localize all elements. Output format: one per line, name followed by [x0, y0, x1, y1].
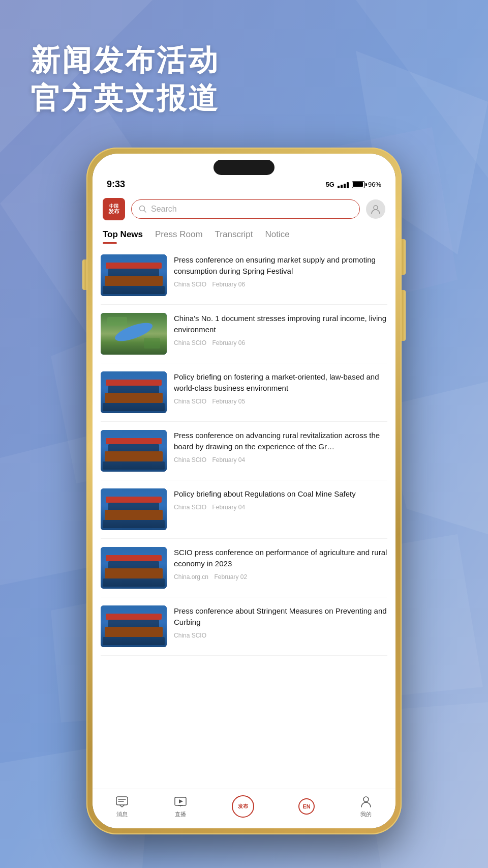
news-meta: China SCIO February 04	[174, 504, 387, 511]
news-item[interactable]: Policy briefing about Regulations on Coa…	[101, 480, 387, 539]
news-thumbnail	[101, 371, 167, 413]
logo-text-bottom: 发布	[108, 209, 119, 214]
news-date: February 06	[212, 339, 245, 346]
nav-messages-label: 消息	[116, 811, 128, 818]
tab-bar: Top News Press Room Transcript Notice	[93, 225, 395, 246]
news-thumbnail	[101, 430, 167, 472]
news-date: February 06	[212, 281, 245, 288]
news-thumbnail	[101, 488, 167, 530]
headline: 新闻发布活动 官方英文报道	[30, 41, 220, 118]
signal-bars-icon	[338, 181, 349, 188]
person-icon	[370, 204, 381, 215]
tab-notice[interactable]: Notice	[265, 229, 290, 244]
message-icon	[115, 794, 129, 808]
app-header: 中国 发布 Search	[93, 194, 395, 225]
svg-point-15	[374, 206, 378, 210]
news-meta: China.org.cn February 02	[174, 573, 387, 581]
news-source: China.org.cn	[174, 573, 208, 581]
power-button	[402, 239, 406, 275]
publish-icon: 发布	[238, 804, 248, 809]
news-thumbnail	[101, 547, 167, 589]
silent-button	[402, 290, 406, 341]
news-meta: China SCIO	[174, 632, 387, 639]
nav-profile-label: 我的	[360, 811, 372, 818]
news-content: Press conference on ensuring market supp…	[174, 254, 387, 288]
search-icon	[139, 205, 147, 213]
news-date: February 02	[214, 573, 247, 581]
dynamic-island	[214, 160, 274, 175]
bottom-nav: 消息 直播	[93, 789, 395, 828]
tv-icon	[173, 794, 188, 808]
news-meta: China SCIO February 04	[174, 456, 387, 464]
battery-icon	[352, 181, 365, 188]
news-title: Policy briefing on fostering a market-or…	[174, 371, 387, 394]
news-meta: China SCIO February 06	[174, 339, 387, 346]
nav-live-label: 直播	[175, 811, 186, 818]
news-content: Press conference about Stringent Measure…	[174, 605, 387, 639]
news-thumbnail	[101, 605, 167, 647]
en-icon: EN	[303, 803, 311, 809]
battery-percent: 96%	[368, 181, 381, 188]
news-item[interactable]: China's No. 1 document stresses improvin…	[101, 305, 387, 363]
news-source: China SCIO	[174, 339, 206, 346]
news-content: SCIO press conference on performance of …	[174, 547, 387, 581]
search-placeholder: Search	[151, 205, 177, 214]
news-item[interactable]: Press conference on ensuring market supp…	[101, 246, 387, 305]
phone-frame: 9:33 5G 96%	[86, 148, 402, 834]
news-title: China's No. 1 document stresses improvin…	[174, 313, 387, 335]
search-bar[interactable]: Search	[131, 199, 360, 219]
news-list: Press conference on ensuring market supp…	[93, 246, 395, 789]
news-title: Press conference about Stringent Measure…	[174, 605, 387, 628]
news-item[interactable]: Press conference on advancing rural revi…	[101, 422, 387, 480]
news-source: China SCIO	[174, 398, 206, 405]
news-date: February 04	[212, 456, 245, 464]
news-item[interactable]: Policy briefing on fostering a market-or…	[101, 363, 387, 422]
news-source: China SCIO	[174, 632, 206, 639]
news-title: Press conference on advancing rural revi…	[174, 430, 387, 452]
volume-button	[82, 259, 86, 290]
publish-button[interactable]: 发布	[232, 795, 254, 818]
svg-marker-20	[179, 799, 183, 803]
signal-label: 5G	[326, 181, 334, 188]
svg-line-14	[144, 211, 146, 213]
nav-en[interactable]: EN	[298, 798, 315, 815]
status-time: 9:33	[107, 179, 125, 190]
news-source: China SCIO	[174, 456, 206, 464]
news-source: China SCIO	[174, 504, 206, 511]
news-title: Policy briefing about Regulations on Coa…	[174, 488, 387, 500]
tab-transcript[interactable]: Transcript	[215, 229, 253, 244]
news-item[interactable]: Press conference about Stringent Measure…	[101, 597, 387, 656]
news-title: SCIO press conference on performance of …	[174, 547, 387, 569]
svg-rect-16	[116, 797, 128, 805]
avatar-button[interactable]	[366, 199, 385, 219]
news-source: China SCIO	[174, 281, 206, 288]
status-icons: 5G 96%	[326, 181, 381, 188]
news-date: February 04	[212, 504, 245, 511]
news-thumbnail	[101, 254, 167, 296]
news-title: Press conference on ensuring market supp…	[174, 254, 387, 277]
news-thumbnail	[101, 313, 167, 355]
nav-profile[interactable]: 我的	[359, 794, 373, 818]
news-item[interactable]: SCIO press conference on performance of …	[101, 539, 387, 597]
tab-press-room[interactable]: Press Room	[155, 229, 203, 244]
news-meta: China SCIO February 05	[174, 398, 387, 405]
news-content: China's No. 1 document stresses improvin…	[174, 313, 387, 346]
news-meta: China SCIO February 06	[174, 281, 387, 288]
nav-publish[interactable]: 发布	[232, 795, 254, 818]
nav-live[interactable]: 直播	[173, 794, 188, 818]
tab-top-news[interactable]: Top News	[103, 229, 143, 244]
news-content: Policy briefing about Regulations on Coa…	[174, 488, 387, 511]
news-date: February 05	[212, 398, 245, 405]
news-content: Press conference on advancing rural revi…	[174, 430, 387, 464]
profile-icon	[359, 794, 373, 808]
news-content: Policy briefing on fostering a market-or…	[174, 371, 387, 405]
svg-point-21	[363, 797, 369, 802]
nav-messages[interactable]: 消息	[115, 794, 129, 818]
app-logo[interactable]: 中国 发布	[103, 198, 125, 220]
